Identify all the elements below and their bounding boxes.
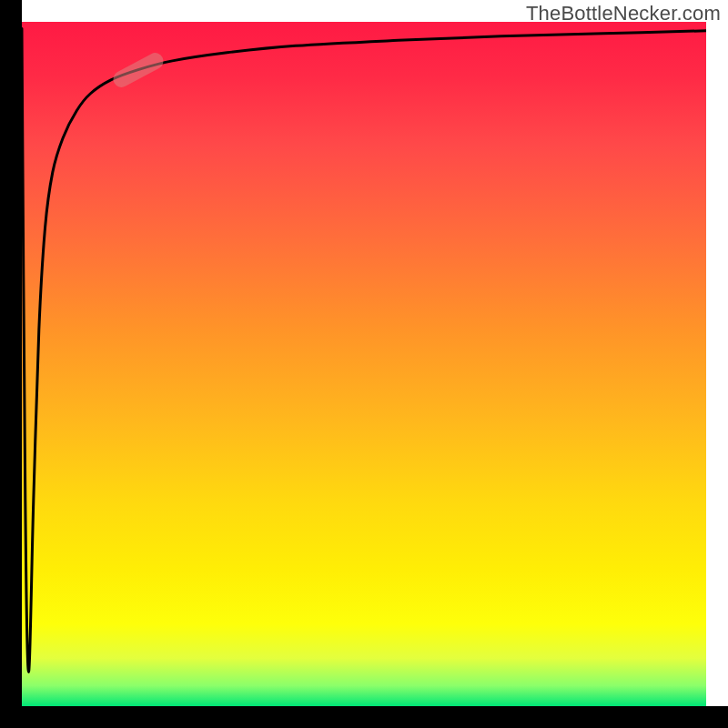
watermark-text: TheBottleNecker.com <box>526 2 721 25</box>
plot-area-gradient <box>22 22 706 706</box>
chart-container: TheBottleNecker.com <box>0 0 728 728</box>
y-axis <box>0 0 22 728</box>
x-axis <box>0 706 728 728</box>
